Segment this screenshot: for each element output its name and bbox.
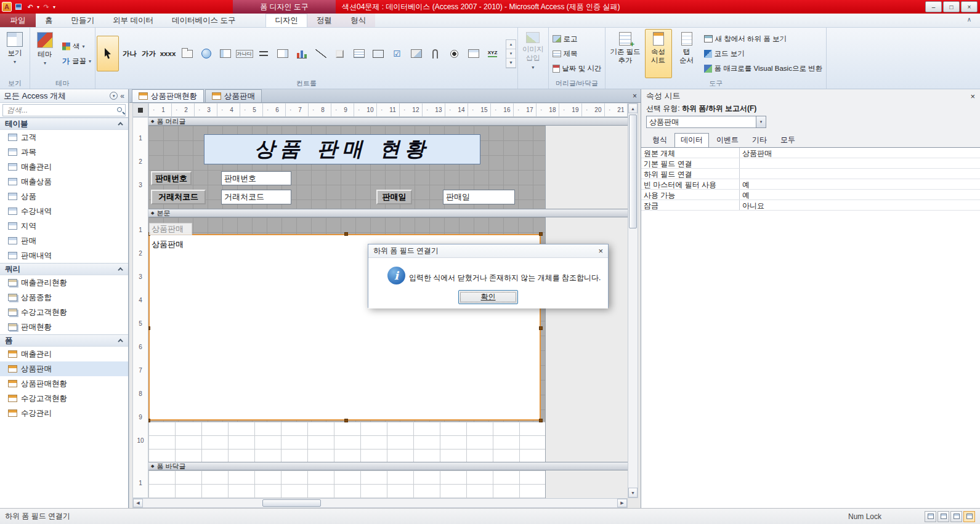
gallery-up-icon[interactable]: ▴ [506, 40, 516, 49]
select-pointer-button[interactable] [97, 36, 119, 71]
nav-item-form[interactable]: 수강고객현황 [0, 391, 128, 406]
nav-item-table[interactable]: 과목 [0, 145, 128, 159]
nav-item-form[interactable]: 매출관리 [0, 347, 128, 361]
nav-item-table[interactable]: 판매내역 [0, 248, 128, 263]
property-tab[interactable]: 모두 [774, 133, 801, 147]
form-selector[interactable] [132, 103, 148, 117]
gallery-down-icon[interactable]: ▾ [506, 49, 516, 58]
close-icon[interactable]: × [598, 246, 603, 256]
tab-external-data[interactable]: 외부 데이터 [103, 14, 163, 27]
section-bar-form-footer[interactable]: ◆ 폼 바닥글 [148, 462, 628, 470]
sales-no-label[interactable]: 판매번호 [151, 171, 192, 185]
nav-group-tables[interactable]: 테이블 [0, 118, 128, 130]
view-code-button[interactable]: 코드 보기 [702, 47, 825, 60]
tab-database-tools[interactable]: 데이터베이스 도구 [163, 14, 245, 27]
minimize-ribbon-icon[interactable]: ∧ [967, 16, 971, 23]
하위 필드 연결[interactable]: 하위 필드 연결 [641, 169, 980, 179]
document-tab[interactable]: 상품판매 [205, 89, 262, 102]
textbox-control[interactable]: xxxx [158, 44, 177, 63]
vertical-scrollbar[interactable]: ▲ ▼ [628, 103, 638, 498]
view-button[interactable]: 보기 ▾ [1, 29, 28, 78]
원본 개체[interactable]: 원본 개체 상품판매 [641, 148, 980, 158]
tab-file[interactable]: 파일 [0, 14, 36, 27]
nav-item-table[interactable]: 지역 [0, 219, 128, 233]
qat-customize-chevron-icon[interactable]: ▾ [53, 4, 55, 10]
nav-item-query[interactable]: 상품종합 [0, 290, 128, 305]
chart-control[interactable] [292, 44, 311, 63]
toggle-button-control[interactable] [330, 44, 349, 63]
unbound-object-frame-control[interactable] [407, 44, 426, 63]
잠금[interactable]: 잠금 아니요 [641, 200, 980, 211]
sales-no-textbox[interactable]: 판매번호 [221, 171, 291, 185]
tab-control[interactable] [177, 44, 196, 63]
property-sheet-button[interactable]: 속성 시트 [645, 29, 672, 78]
form-header-section[interactable]: 상품 판매 현황 판매번호 판매번호 거래처코드 거래처코드 판매일 판매일 [148, 126, 628, 209]
themes-button[interactable]: 테마 ▾ [31, 29, 59, 78]
rectangle-control[interactable] [368, 44, 387, 63]
form-footer-section[interactable] [148, 470, 628, 498]
horizontal-scroll-thumb[interactable] [262, 499, 321, 507]
ok-button[interactable]: 확인 [458, 290, 518, 304]
option-button-control[interactable] [445, 44, 464, 63]
selection-handle[interactable] [148, 326, 150, 330]
section-bar-form-header[interactable]: ◆ 폼 머리글 [148, 117, 628, 126]
datasheet-view-button[interactable] [937, 511, 949, 522]
scroll-down-icon[interactable]: ▼ [628, 488, 638, 498]
sale-date-label[interactable]: 판매일 [376, 190, 412, 204]
사용 가능[interactable]: 사용 가능 예 [641, 190, 980, 200]
context-tab[interactable]: 형식 [341, 14, 375, 27]
gallery-expand-icon[interactable]: ▼ [506, 58, 516, 68]
nav-item-form[interactable]: 상품판매 [0, 361, 128, 376]
nav-item-table[interactable]: 매출관리 [0, 159, 128, 174]
selection-handle[interactable] [344, 232, 348, 236]
section-bar-detail[interactable]: ◆ 본문 [148, 209, 628, 217]
close-icon[interactable]: × [970, 92, 975, 101]
nav-menu-icon[interactable]: ▾ [110, 92, 118, 100]
nav-item-table[interactable]: 매출상품 [0, 174, 128, 189]
layout-view-button[interactable] [950, 511, 962, 522]
search-input[interactable] [2, 104, 126, 116]
selection-handle[interactable] [539, 326, 543, 330]
nav-item-query[interactable]: 수강고객현황 [0, 305, 128, 320]
label-control[interactable]: 가나 [120, 44, 139, 63]
maximize-button[interactable]: □ [943, 1, 960, 12]
convert-macros-button[interactable]: 폼 매크로를 Visual Basic으로 변환 [702, 62, 825, 75]
access-app-icon[interactable]: A [2, 2, 12, 12]
logo-button[interactable]: 로고 [550, 33, 604, 46]
nav-item-table[interactable]: 판매 [0, 233, 128, 248]
nav-item-query[interactable]: 판매현황 [0, 320, 128, 334]
form-view-button[interactable] [925, 511, 936, 522]
scroll-right-icon[interactable]: ▶ [617, 499, 627, 507]
list-box-control[interactable] [349, 44, 368, 63]
horizontal-scrollbar[interactable]: ◀ ▶ [132, 498, 628, 508]
context-tab[interactable]: 정렬 [307, 14, 341, 27]
selection-handle[interactable] [539, 419, 543, 422]
scroll-left-icon[interactable]: ◀ [133, 499, 143, 507]
fonts-button[interactable]: 가 글꼴 ▾ [60, 55, 94, 68]
client-code-textbox[interactable]: 거래처코드 [221, 190, 291, 204]
property-tab[interactable]: 이벤트 [710, 133, 745, 147]
save-button[interactable] [14, 2, 23, 12]
bound-object-frame-control[interactable] [464, 44, 483, 63]
close-button[interactable]: × [961, 1, 978, 12]
redo-button[interactable]: ↷ [41, 2, 51, 12]
page-break-control[interactable] [254, 44, 273, 63]
nav-header[interactable]: 모든 Access 개체 ▾ « [0, 89, 128, 103]
nav-item-form[interactable]: 수강관리 [0, 406, 128, 421]
subform-ghost-label[interactable]: 상품판매 [149, 223, 192, 235]
undo-button[interactable]: ↶ [25, 2, 35, 12]
close-document-icon[interactable]: × [633, 92, 637, 100]
form-title-label[interactable]: 상품 판매 현황 [204, 134, 480, 164]
web-browser-control[interactable] [196, 44, 216, 63]
vertical-scroll-thumb[interactable] [629, 115, 637, 228]
attachment-control[interactable] [426, 44, 445, 63]
selection-handle[interactable] [539, 232, 543, 236]
dialog-title-bar[interactable]: 하위 폼 필드 연결기 × [368, 244, 608, 258]
tab-order-button[interactable]: 탭 순서 [673, 29, 700, 78]
client-code-label[interactable]: 거래처코드 [151, 190, 206, 204]
nav-group-queries[interactable]: 쿼리 [0, 263, 128, 275]
scroll-up-icon[interactable]: ▲ [628, 103, 638, 113]
기본 필드 연결[interactable]: 기본 필드 연결 [641, 158, 980, 169]
navigation-control[interactable] [216, 44, 235, 63]
nav-collapse-icon[interactable]: « [120, 92, 124, 100]
